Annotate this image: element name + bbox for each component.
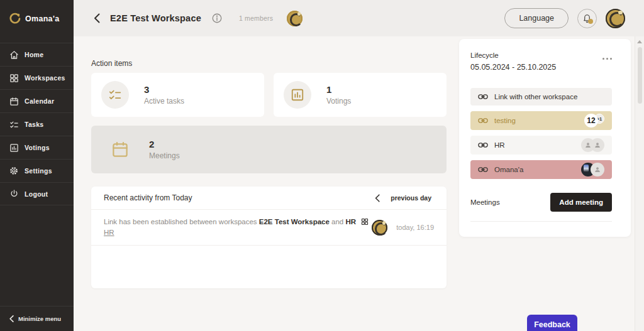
brand-icon (9, 13, 21, 24)
linked-workspace-testing[interactable]: testing 12 +1 (470, 111, 612, 130)
workspace-members-avatars (581, 163, 604, 176)
meetings-label: Meetings (149, 151, 180, 160)
link-icon (478, 166, 488, 173)
feedback-button[interactable]: Feedback (527, 315, 577, 331)
member-avatar (591, 138, 604, 152)
back-button[interactable] (92, 13, 104, 24)
info-icon[interactable] (211, 13, 223, 24)
meetings-count: 2 (149, 139, 180, 149)
notifications-button[interactable] (577, 9, 597, 28)
link-icon (478, 141, 488, 149)
meetings-card[interactable]: 2 Meetings (91, 126, 447, 173)
sidebar: Omana'a Home Workspaces Calendar Tasks (0, 0, 74, 331)
link-icon (478, 93, 488, 100)
activity-workspace-2: HR (345, 218, 356, 225)
calendar-icon (106, 136, 134, 163)
members-count: 1 members (239, 14, 273, 22)
member-avatar: 12 (584, 114, 598, 128)
workspace-side-panel: Lifecycle 05.05.2024 - 25.10.2025 Link w… (459, 39, 631, 237)
active-tasks-label: Active tasks (144, 97, 184, 106)
scroll-up-arrow-icon[interactable] (637, 40, 642, 43)
sidebar-item-calendar[interactable]: Calendar (0, 89, 74, 112)
page-scrollbar[interactable] (635, 36, 644, 331)
sidebar-item-home[interactable]: Home (0, 43, 74, 66)
tasks-icon (101, 81, 129, 109)
action-items-title: Action items (91, 59, 132, 68)
link-icon (478, 117, 488, 124)
page-title: E2E Test Workspace (110, 13, 201, 23)
active-tasks-count: 3 (144, 84, 184, 95)
active-tasks-card[interactable]: 3 Active tasks (91, 73, 264, 117)
sidebar-item-workspaces[interactable]: Workspaces (0, 66, 74, 89)
workspaces-icon (9, 73, 19, 83)
top-bar: E2E Test Workspace 1 members Language (74, 0, 644, 36)
notification-badge (588, 19, 593, 24)
workspaces-icon (361, 218, 369, 225)
divider (470, 221, 612, 222)
logout-icon (9, 189, 19, 199)
calendar-icon (9, 96, 19, 106)
recent-activity-title: Recent activity from Today (104, 193, 192, 202)
workspace-name: Omana'a (494, 166, 523, 173)
settings-icon (9, 166, 19, 176)
votings-icon (9, 143, 19, 153)
workspace-members-avatars: 12 +1 (584, 114, 604, 128)
home-icon (9, 50, 19, 60)
votings-count: 1 (326, 84, 351, 95)
activity-text: Link has been established between worksp… (104, 217, 372, 239)
activity-workspace-link[interactable]: HR (104, 229, 114, 236)
more-options-icon[interactable] (602, 58, 612, 60)
linked-workspace-hr[interactable]: HR (470, 136, 612, 155)
sidebar-item-logout[interactable]: Logout (0, 182, 74, 205)
votings-card[interactable]: 1 Votings (274, 73, 447, 117)
top-bar-actions: Language (504, 8, 644, 28)
activity-timestamp: today, 16:19 (396, 224, 434, 231)
chevron-left-icon (9, 315, 14, 322)
minimize-menu-button[interactable]: Minimize menu (0, 306, 74, 331)
workspace-members-avatars (581, 138, 604, 152)
scrollbar-thumb[interactable] (638, 47, 642, 104)
member-avatar (591, 163, 604, 176)
workspace-name: testing (494, 117, 516, 124)
lifecycle-dates: 05.05.2024 - 25.10.2025 (470, 63, 556, 72)
votings-icon (284, 81, 311, 109)
sidebar-item-votings[interactable]: Votings (0, 136, 74, 159)
workspace-name: HR (494, 141, 505, 149)
sidebar-item-tasks[interactable]: Tasks (0, 112, 74, 136)
chevron-left-icon (374, 194, 380, 202)
activity-actor-avatar (372, 220, 387, 236)
meetings-section-label: Meetings (470, 198, 500, 206)
brand-name: Omana'a (25, 14, 59, 23)
activity-entry: Link has been established between worksp… (91, 210, 447, 246)
add-meeting-button[interactable]: Add meeting (550, 193, 612, 212)
linked-workspace-omanaa[interactable]: Omana'a (470, 160, 612, 179)
votings-label: Votings (326, 97, 351, 106)
main-content: Action items 3 Active tasks 1 Votings 2 … (74, 36, 644, 331)
app-logo: Omana'a (0, 0, 74, 24)
tasks-icon (9, 119, 19, 129)
lifecycle-label: Lifecycle (470, 52, 556, 59)
workspace-avatar[interactable] (287, 11, 303, 26)
sidebar-nav: Home Workspaces Calendar Tasks Votings (0, 43, 74, 205)
language-button[interactable]: Language (504, 8, 569, 28)
user-avatar[interactable] (606, 9, 625, 28)
link-workspace-button[interactable]: Link with other workspace (470, 88, 612, 106)
recent-activity-card: Recent activity from Today previous day … (91, 187, 447, 288)
sidebar-item-settings[interactable]: Settings (0, 159, 74, 182)
activity-workspace-1: E2E Test Workspace (259, 218, 330, 225)
previous-day-button[interactable]: previous day (374, 194, 431, 202)
